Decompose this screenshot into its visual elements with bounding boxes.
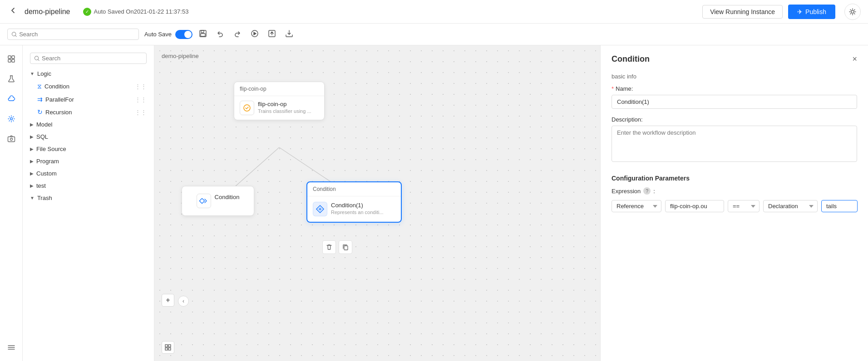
chevron-right-icon-program: ▶ [30, 159, 34, 164]
name-input[interactable] [612, 95, 857, 109]
parallelfor-icon: ⇉ [37, 96, 43, 103]
drag-handle-condition[interactable]: ⋮⋮ [135, 83, 147, 90]
config-title: Configuration Parameters [612, 175, 857, 182]
svg-point-0 [851, 10, 854, 13]
settings-circle-button[interactable] [844, 4, 861, 20]
declaration-select[interactable]: Declaration Reference [763, 200, 818, 212]
sidebar-item-logic[interactable]: ▼ Logic [23, 68, 154, 80]
auto-saved-status: ✓ Auto Saved On2021-01-22 11:37:53 [83, 8, 189, 16]
node-condition-right-info: Condition(1) Represents an conditi... [331, 202, 384, 215]
node-flip-coin-desc: Trains classifier using ... [258, 108, 311, 114]
view-running-instance-button[interactable]: View Running Instance [702, 5, 783, 19]
sidebar-item-parallelfor[interactable]: ⇉ ParallelFor ⋮⋮ [23, 93, 154, 106]
chevron-right-icon-sql: ▶ [30, 134, 34, 139]
sidebar-item-model[interactable]: ▶ Model [23, 118, 154, 131]
sidebar-search-area [23, 49, 154, 68]
publish-button[interactable]: ✈ Publish [788, 5, 835, 19]
node-flip-coin[interactable]: flip-coin-op flip-coin-op Trains classif… [234, 82, 325, 120]
panel-close-button[interactable]: × [852, 54, 857, 64]
sidebar-search-input[interactable] [42, 55, 143, 62]
recursion-label: Recursion [45, 109, 72, 116]
redo-button[interactable] [231, 28, 244, 41]
value-input[interactable] [821, 200, 858, 212]
node-flip-coin-info: flip-coin-op Trains classifier using ... [258, 101, 311, 114]
chevron-right-icon-custom: ▶ [30, 171, 34, 176]
sidebar-search-box[interactable] [30, 53, 147, 64]
config-section: Configuration Parameters Expression ? : … [612, 175, 857, 212]
condition-icon: ⧖ [37, 83, 42, 90]
filesource-label: File Source [36, 146, 66, 152]
reference-select[interactable]: Reference Declaration [612, 200, 661, 212]
node-condition-left-info: Condition [215, 194, 240, 200]
settings-icon-button[interactable] [3, 111, 20, 127]
trash-label: Trash [37, 195, 52, 201]
search-input[interactable] [19, 31, 135, 38]
node-condition-right-body: Condition(1) Represents an conditi... [307, 196, 401, 222]
node-condition-right-desc: Represents an conditi... [331, 210, 384, 215]
svg-point-11 [10, 118, 12, 120]
node-condition-right[interactable]: Condition Condition(1) Represents an con… [306, 181, 402, 223]
svg-rect-20 [168, 345, 171, 347]
basic-info-label: basic info [612, 73, 857, 80]
cloud-icon-button[interactable] [3, 91, 20, 107]
sidebar-item-recursion[interactable]: ↻ Recursion ⋮⋮ [23, 106, 154, 118]
node-flip-coin-body: flip-coin-op Trains classifier using ... [234, 96, 324, 120]
import-button[interactable] [282, 28, 296, 41]
drag-handle-parallelfor[interactable]: ⋮⋮ [135, 96, 147, 103]
node-condition-left-label: Condition [215, 194, 240, 200]
camera-icon-button[interactable] [3, 131, 20, 147]
back-button[interactable] [7, 5, 19, 19]
sidebar-item-custom[interactable]: ▶ Custom [23, 167, 154, 180]
logic-label: Logic [37, 70, 51, 77]
run-button[interactable] [248, 28, 261, 41]
chevron-down-icon-trash: ▼ [30, 195, 35, 200]
toolbar-left [7, 29, 139, 40]
operator-select[interactable]: == != > < >= <= [728, 200, 760, 212]
canvas-area[interactable]: demo-pipeline flip-coin-op flip-coin-op [154, 45, 600, 361]
sidebar-item-trash[interactable]: ▼ Trash [23, 192, 154, 204]
drag-handle-recursion[interactable]: ⋮⋮ [135, 109, 147, 116]
name-label: * Name: [612, 85, 857, 92]
export-button[interactable] [265, 28, 279, 41]
node-condition-left[interactable]: Condition [182, 186, 254, 216]
left-icon-strip [0, 45, 23, 361]
autosave-label: Auto Save [144, 31, 172, 38]
search-box[interactable] [7, 29, 139, 40]
svg-rect-17 [199, 198, 204, 203]
search-icon [11, 31, 17, 38]
sidebar-search-icon [34, 55, 40, 62]
menu-icon-button[interactable] [3, 339, 20, 356]
sidebar-item-program[interactable]: ▶ Program [23, 155, 154, 167]
description-label: Description: [612, 116, 857, 123]
flask-icon-button[interactable] [3, 71, 20, 87]
description-textarea[interactable] [612, 126, 857, 162]
delete-node-button[interactable] [322, 240, 336, 254]
autosave-toggle[interactable] [175, 30, 192, 39]
test-label: test [36, 182, 46, 189]
sidebar-item-condition[interactable]: ⧖ Condition ⋮⋮ [23, 80, 154, 93]
chevron-right-icon-test: ▶ [30, 183, 34, 188]
expression-help-icon[interactable]: ? [643, 187, 651, 195]
zoom-fit-button[interactable] [162, 341, 174, 354]
sidebar-item-filesource[interactable]: ▶ File Source [23, 143, 154, 155]
node-flip-coin-icon [240, 101, 254, 115]
svg-rect-18 [344, 246, 348, 250]
publish-icon: ✈ [797, 8, 803, 15]
svg-rect-3 [201, 30, 204, 33]
svg-rect-12 [8, 137, 15, 142]
sidebar-item-test[interactable]: ▶ test [23, 180, 154, 192]
collapse-sidebar-button[interactable]: ‹ [178, 296, 189, 307]
add-node-button[interactable]: + [162, 294, 174, 307]
recursion-icon: ↻ [37, 108, 43, 116]
parallelfor-label: ParallelFor [45, 96, 74, 103]
undo-button[interactable] [213, 28, 227, 41]
auto-saved-text: Auto Saved On2021-01-22 11:37:53 [94, 8, 189, 15]
copy-node-button[interactable] [339, 240, 352, 254]
condition-label: Condition [44, 83, 69, 90]
sidebar-item-sql[interactable]: ▶ SQL [23, 131, 154, 143]
svg-rect-21 [165, 348, 168, 350]
save-icon-button[interactable] [196, 28, 210, 41]
ref-input[interactable] [665, 200, 724, 212]
chevron-down-icon: ▼ [30, 71, 35, 76]
grid-icon-button[interactable] [3, 51, 20, 67]
